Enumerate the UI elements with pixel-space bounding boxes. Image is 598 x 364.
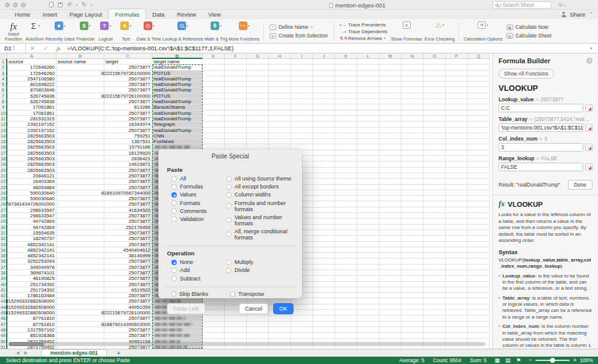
- new-workbook-icon[interactable]: [49, 2, 53, 7]
- name-box[interactable]: D2 ▲▼: [0, 44, 26, 53]
- radio-operation-add[interactable]: Add: [171, 267, 226, 273]
- cell-E48[interactable]: [203, 327, 225, 333]
- cell-C4[interactable]: 25073877: [104, 76, 152, 82]
- cell-A21[interactable]: 20846121: [7, 173, 56, 179]
- cell-B41[interactable]: [56, 287, 104, 293]
- cell-L38[interactable]: [357, 270, 379, 276]
- cell-Q36[interactable]: [468, 258, 490, 264]
- cell-J6[interactable]: [313, 87, 335, 93]
- cell-K35[interactable]: [335, 253, 357, 258]
- column-header-N[interactable]: N: [402, 53, 424, 59]
- cell-C12[interactable]: 16343974: [104, 122, 152, 127]
- cell-C20[interactable]: 25073877: [104, 168, 152, 173]
- cell-K11[interactable]: [335, 116, 357, 122]
- cell-C2[interactable]: 25073877: [104, 64, 152, 70]
- cell-O23[interactable]: [424, 185, 446, 190]
- row-header-8[interactable]: 8: [0, 99, 7, 104]
- range-picker-icon[interactable]: [585, 104, 592, 112]
- cell-L8[interactable]: [357, 99, 379, 104]
- cell-Q23[interactable]: [468, 185, 490, 190]
- cell-P1[interactable]: [446, 59, 468, 64]
- cell-J8[interactable]: [313, 99, 335, 104]
- cell-P45[interactable]: [446, 310, 468, 316]
- cell-M13[interactable]: [379, 128, 402, 133]
- row-header-6[interactable]: 6: [0, 87, 7, 93]
- cell-L9[interactable]: [357, 104, 379, 110]
- row-header-49[interactable]: 49: [0, 333, 7, 338]
- column-header-F[interactable]: F: [225, 53, 247, 59]
- cell-K4[interactable]: [335, 76, 357, 82]
- cell-A40[interactable]: 251734392: [7, 282, 56, 287]
- cell-M15[interactable]: [379, 139, 402, 144]
- cell-F14[interactable]: [225, 133, 247, 139]
- cell-M31[interactable]: [379, 230, 402, 236]
- cell-Q28[interactable]: [468, 213, 490, 219]
- cell-Q26[interactable]: [468, 201, 490, 207]
- cell-B20[interactable]: [56, 168, 104, 173]
- cell-O6[interactable]: [424, 87, 446, 93]
- cell-O42[interactable]: [424, 293, 446, 298]
- cell-A5[interactable]: 801698222: [7, 82, 56, 87]
- cell-H7[interactable]: [269, 93, 291, 99]
- cell-N47[interactable]: [402, 322, 424, 327]
- cell-A47[interactable]: 87761810: [7, 322, 56, 327]
- cell-Q14[interactable]: [468, 133, 490, 139]
- cell-Q18[interactable]: [468, 156, 490, 161]
- ribbon-more-functions-button[interactable]: ···▾More Functions: [228, 20, 260, 42]
- row-header-27[interactable]: 27: [0, 207, 7, 213]
- cell-J3[interactable]: [313, 71, 335, 76]
- cell-Q4[interactable]: [468, 76, 490, 82]
- cell-L29[interactable]: [357, 219, 379, 224]
- cell-M35[interactable]: [379, 253, 402, 258]
- paste-link-button[interactable]: Paste Link: [167, 303, 205, 314]
- cell-A14[interactable]: 2825663503: [7, 133, 56, 139]
- cell-J13[interactable]: [313, 128, 335, 133]
- cell-L26[interactable]: [357, 201, 379, 207]
- cell-Q44[interactable]: [468, 304, 490, 310]
- cell-P22[interactable]: [446, 179, 468, 184]
- cell-B44[interactable]: [56, 304, 104, 310]
- cell-O4[interactable]: [424, 76, 446, 82]
- cell-L25[interactable]: [357, 196, 379, 201]
- cell-O26[interactable]: [424, 201, 446, 207]
- cell-F15[interactable]: [225, 139, 247, 144]
- cell-M12[interactable]: [379, 122, 402, 127]
- cell-N45[interactable]: [402, 310, 424, 316]
- cell-G2[interactable]: [247, 64, 269, 70]
- cell-B10[interactable]: [56, 110, 104, 116]
- cell-E13[interactable]: [203, 128, 225, 133]
- cell-E12[interactable]: [203, 122, 225, 127]
- cell-B3[interactable]: [56, 71, 104, 76]
- cell-P10[interactable]: [446, 110, 468, 116]
- cell-I9[interactable]: [291, 104, 313, 110]
- cell-F2[interactable]: [225, 64, 247, 70]
- cell-A28[interactable]: 298633547: [7, 213, 56, 219]
- cell-J24[interactable]: [313, 190, 335, 196]
- cell-A23[interactable]: 46054864: [7, 185, 56, 190]
- ribbon-lookup-reference-button[interactable]: ▾Lookup & Reference: [162, 20, 204, 42]
- row-header-10[interactable]: 10: [0, 110, 7, 116]
- horizontal-scrollbar-thumb[interactable]: [9, 342, 44, 346]
- cell-N22[interactable]: [402, 179, 424, 184]
- cell-M37[interactable]: [379, 265, 402, 270]
- cell-M19[interactable]: [379, 161, 402, 167]
- cell-C23[interactable]: 25073877: [104, 185, 152, 190]
- cell-Q35[interactable]: [468, 253, 490, 258]
- ok-button[interactable]: OK: [273, 303, 293, 314]
- zoom-out-icon[interactable]: −: [529, 357, 533, 363]
- cell-N27[interactable]: [402, 207, 424, 213]
- cell-C34[interactable]: 4540404612: [104, 247, 152, 253]
- cell-D12[interactable]: Telegraph: [152, 122, 203, 127]
- cell-L14[interactable]: [357, 133, 379, 139]
- cell-O27[interactable]: [424, 207, 446, 213]
- cell-K33[interactable]: [335, 242, 357, 247]
- cell-L3[interactable]: [357, 71, 379, 76]
- cell-J12[interactable]: [313, 122, 335, 127]
- cell-L16[interactable]: [357, 144, 379, 150]
- cell-P44[interactable]: [446, 304, 468, 310]
- cell-O32[interactable]: [424, 236, 446, 241]
- minimize-window-icon[interactable]: [13, 2, 18, 7]
- cell-L44[interactable]: [357, 304, 379, 310]
- cell-C16[interactable]: 15791186: [104, 144, 152, 150]
- cell-O24[interactable]: [424, 190, 446, 196]
